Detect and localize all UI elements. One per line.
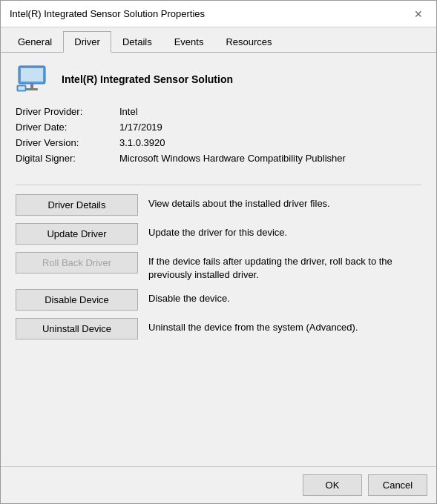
uninstall-device-button[interactable]: Uninstall Device [16, 318, 138, 339]
window-title: Intel(R) Integrated Sensor Solution Prop… [10, 8, 205, 19]
signer-label: Digital Signer: [16, 153, 119, 164]
tab-bar: General Driver Details Events Resources [1, 27, 436, 53]
disable-device-button[interactable]: Disable Device [16, 289, 138, 311]
roll-back-driver-desc: If the device fails after updating the d… [148, 252, 421, 282]
provider-row: Driver Provider: Intel [16, 106, 421, 117]
svg-rect-2 [30, 84, 33, 88]
action-uninstall-device: Uninstall Device Uninstall the device fr… [16, 318, 421, 339]
disable-device-desc: Disable the device. [148, 289, 421, 305]
svg-rect-3 [26, 88, 38, 90]
date-row: Driver Date: 1/17/2019 [16, 122, 421, 133]
action-update-driver: Update Driver Update the driver for this… [16, 223, 421, 245]
version-value: 3.1.0.3920 [119, 137, 421, 148]
date-label: Driver Date: [16, 122, 119, 133]
footer: OK Cancel [1, 466, 436, 503]
tab-details[interactable]: Details [111, 31, 163, 53]
update-driver-desc: Update the driver for this device. [148, 223, 421, 239]
cancel-button[interactable]: Cancel [368, 474, 427, 496]
properties-window: Intel(R) Integrated Sensor Solution Prop… [0, 0, 437, 504]
device-name: Intel(R) Integrated Sensor Solution [62, 73, 233, 85]
tab-general[interactable]: General [7, 31, 63, 53]
provider-label: Driver Provider: [16, 106, 119, 117]
ok-button[interactable]: OK [303, 474, 362, 496]
signer-value: Microsoft Windows Hardware Compatibility… [119, 153, 421, 164]
provider-value: Intel [119, 106, 421, 117]
action-roll-back-driver: Roll Back Driver If the device fails aft… [16, 252, 421, 282]
action-disable-device: Disable Device Disable the device. [16, 289, 421, 311]
close-button[interactable]: ✕ [410, 5, 427, 23]
divider [16, 185, 421, 185]
driver-info-table: Driver Provider: Intel Driver Date: 1/17… [16, 106, 421, 168]
tab-driver[interactable]: Driver [63, 31, 111, 53]
update-driver-button[interactable]: Update Driver [16, 223, 138, 245]
tab-resources[interactable]: Resources [214, 31, 283, 53]
svg-rect-1 [21, 68, 43, 82]
tab-events[interactable]: Events [163, 31, 215, 53]
tab-content: Intel(R) Integrated Sensor Solution Driv… [1, 53, 436, 466]
device-header: Intel(R) Integrated Sensor Solution [16, 64, 421, 94]
version-label: Driver Version: [16, 137, 119, 148]
driver-details-desc: View details about the installed driver … [148, 194, 421, 210]
svg-rect-5 [19, 87, 25, 90]
version-row: Driver Version: 3.1.0.3920 [16, 137, 421, 148]
device-icon [16, 64, 51, 94]
roll-back-driver-button[interactable]: Roll Back Driver [16, 252, 138, 273]
action-driver-details: Driver Details View details about the in… [16, 194, 421, 216]
signer-row: Digital Signer: Microsoft Windows Hardwa… [16, 153, 421, 164]
uninstall-device-desc: Uninstall the device from the system (Ad… [148, 318, 421, 334]
date-value: 1/17/2019 [119, 122, 421, 133]
title-bar: Intel(R) Integrated Sensor Solution Prop… [1, 1, 436, 27]
driver-details-button[interactable]: Driver Details [16, 194, 138, 216]
